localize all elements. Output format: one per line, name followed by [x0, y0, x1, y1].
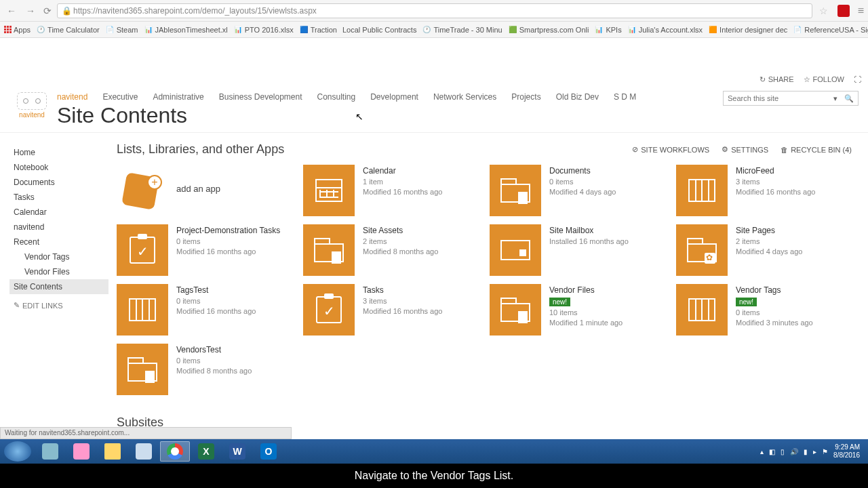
taskbar-excel[interactable]: X — [191, 441, 221, 462]
taskbar-item[interactable] — [35, 441, 65, 462]
menu-icon[interactable]: ≡ — [858, 5, 864, 17]
url-bar[interactable]: 🔒https://navitend365.sharepoint.com/demo… — [57, 3, 812, 18]
tile-title: TagsTest — [176, 285, 256, 295]
outlook-icon: O — [260, 443, 277, 460]
start-button[interactable] — [4, 441, 31, 462]
video-caption: Navigate to the Vendor Tags List. — [0, 464, 868, 488]
bookmark-item[interactable]: 🕐Time Calculator — [36, 25, 100, 35]
forward-button[interactable]: → — [23, 3, 38, 18]
search-go-icon[interactable]: 🔍 — [840, 94, 858, 103]
app-tile[interactable]: Site MailboxInstalled 16 months ago — [490, 224, 665, 276]
follow-button[interactable]: ☆FOLLOW — [804, 75, 844, 84]
reload-button[interactable]: ⟳ — [43, 5, 52, 16]
nav-link[interactable]: Consulting — [317, 92, 356, 102]
leftnav-recent[interactable]: Recent — [9, 235, 108, 249]
tile-icon — [676, 165, 728, 216]
search-box[interactable]: ▾ 🔍 — [723, 91, 859, 106]
app-tile[interactable]: Tasks3 itemsModified 16 months ago — [303, 284, 479, 336]
taskbar-item[interactable] — [129, 441, 159, 462]
taskbar-item[interactable] — [98, 441, 127, 462]
app-tile[interactable]: Calendar1 itemModified 16 months ago — [303, 165, 479, 216]
nav-link[interactable]: Development — [370, 92, 418, 102]
bookmark-item[interactable]: 📄ReferenceUSA - Sign — [793, 25, 868, 35]
bookmark-star-icon[interactable]: ☆ — [819, 5, 828, 16]
settings-button[interactable]: ⚙SETTINGS — [722, 145, 768, 154]
tile-title: Vendor Files — [549, 285, 623, 295]
nav-brand[interactable]: navitend — [57, 92, 87, 102]
fullscreen-button[interactable]: ⛶ — [854, 75, 861, 83]
network-icon[interactable]: ▮ — [804, 448, 808, 455]
app-tile[interactable]: Project-Demonstration Tasks0 itemsModifi… — [117, 224, 292, 276]
tile-title: VendorsTest — [176, 345, 252, 354]
leftnav-vendor-files[interactable]: Vendor Files — [9, 264, 108, 279]
add-app-tile[interactable]: +add an app — [117, 165, 292, 216]
taskbar-chrome[interactable] — [160, 441, 190, 462]
tile-meta: 2 itemsModified 4 days ago — [736, 237, 802, 258]
leftnav-navitend[interactable]: navitend — [9, 220, 108, 235]
search-scope-dropdown[interactable]: ▾ — [831, 94, 840, 103]
new-badge: new! — [736, 298, 757, 306]
app-tile[interactable]: Site Pages2 itemsModified 4 days ago — [676, 224, 852, 276]
app-tile[interactable]: Vendor Tagsnew!0 itemsModified 3 minutes… — [676, 284, 852, 336]
nav-link[interactable]: Old Biz Dev — [556, 92, 599, 102]
tile-meta: 3 itemsModified 16 months ago — [363, 296, 442, 317]
leftnav-tasks[interactable]: Tasks — [9, 190, 108, 205]
back-button[interactable]: ← — [4, 3, 19, 18]
app-tile[interactable]: Site Assets2 itemsModified 8 months ago — [303, 224, 479, 276]
app-tile[interactable]: VendorsTest0 itemsModified 8 months ago — [117, 344, 292, 395]
page-actions: ↻SHARE ☆FOLLOW ⛶ — [0, 70, 868, 88]
app-tile[interactable]: Documents0 itemsModified 4 days ago — [490, 165, 665, 216]
bookmark-item[interactable]: 📄Steam — [105, 25, 138, 35]
top-navigation: navitend navitend Executive Administrati… — [0, 88, 868, 133]
leftnav-site-contents[interactable]: Site Contents — [9, 279, 108, 294]
volume-icon[interactable]: 🔊 — [790, 448, 798, 455]
nav-link[interactable]: Administrative — [153, 92, 203, 102]
nav-link[interactable]: Business Development — [219, 92, 302, 102]
windows-taskbar: X W O ▴ ◧ ▯ 🔊 ▮ ▸ ⚑ 9:29 AM8/8/2016 — [0, 439, 868, 464]
leftnav-vendor-tags[interactable]: Vendor Tags — [9, 249, 108, 264]
taskbar-word[interactable]: W — [222, 441, 252, 462]
app-tile[interactable]: MicroFeed3 itemsModified 16 months ago — [676, 165, 852, 216]
bookmark-item[interactable]: 📊JAblesonTimesheet.xl — [144, 25, 228, 35]
search-input[interactable] — [724, 94, 831, 102]
system-tray[interactable]: ▴ ◧ ▯ 🔊 ▮ ▸ ⚑ 9:29 AM8/8/2016 — [760, 443, 864, 460]
site-workflows-button[interactable]: ⊘SITE WORKFLOWS — [632, 145, 709, 154]
recycle-bin-button[interactable]: 🗑RECYCLE BIN (4) — [781, 145, 852, 154]
app-tile[interactable]: Vendor Filesnew!10 itemsModified 1 minut… — [490, 284, 665, 336]
nav-link[interactable]: S D M — [614, 92, 636, 102]
bookmark-item[interactable]: 📊PTO 2016.xlsx — [233, 25, 294, 35]
tray-icon[interactable]: ▸ — [813, 448, 816, 455]
leftnav-documents[interactable]: Documents — [9, 175, 108, 190]
tray-up-icon[interactable]: ▴ — [760, 448, 764, 455]
nav-link[interactable]: Network Services — [433, 92, 496, 102]
opera-icon[interactable] — [837, 5, 850, 17]
folder-icon — [104, 443, 121, 460]
nav-link[interactable]: Projects — [511, 92, 540, 102]
bookmark-item[interactable]: Local Public Contracts — [342, 26, 416, 34]
edit-links[interactable]: ✎EDIT LINKS — [9, 301, 108, 310]
section-title: Lists, Libraries, and other Apps — [117, 142, 284, 157]
apps-button[interactable]: Apps — [4, 26, 31, 34]
leftnav-home[interactable]: Home — [9, 145, 108, 160]
bookmark-item[interactable]: 🟦Traction — [299, 25, 337, 35]
bookmark-item[interactable]: 🟩Smartpress.com Onli — [508, 25, 589, 35]
tray-icon[interactable]: ▯ — [781, 448, 785, 455]
leftnav-notebook[interactable]: Notebook — [9, 160, 108, 175]
site-logo[interactable]: navitend — [9, 88, 54, 119]
app-tile[interactable]: TagsTest0 itemsModified 16 months ago — [117, 284, 292, 336]
taskbar-item[interactable] — [66, 441, 96, 462]
browser-toolbar: ← → ⟳ 🔒https://navitend365.sharepoint.co… — [0, 0, 868, 22]
clock[interactable]: 9:29 AM8/8/2016 — [833, 443, 860, 460]
tray-icon[interactable]: ◧ — [769, 448, 775, 455]
content: Lists, Libraries, and other Apps ⊘SITE W… — [108, 133, 868, 430]
share-button[interactable]: ↻SHARE — [760, 75, 794, 84]
tile-icon — [303, 284, 355, 336]
bookmark-item[interactable]: 📊KPIs — [594, 25, 621, 35]
flag-icon[interactable]: ⚑ — [822, 448, 828, 455]
nav-link[interactable]: Executive — [102, 92, 138, 102]
bookmark-item[interactable]: 🟧Interior designer dec — [708, 25, 787, 35]
leftnav-calendar[interactable]: Calendar — [9, 205, 108, 220]
bookmark-item[interactable]: 🕐TimeTrade - 30 Minu — [422, 25, 502, 35]
taskbar-outlook[interactable]: O — [254, 441, 283, 462]
bookmark-item[interactable]: 📊Julia's Account.xlsx — [627, 25, 703, 35]
